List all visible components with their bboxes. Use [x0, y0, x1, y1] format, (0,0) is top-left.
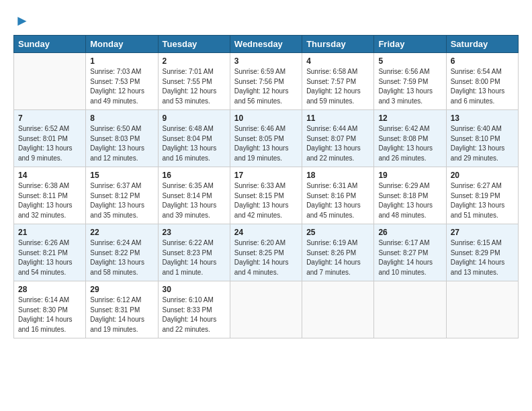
calendar-cell: 15Sunrise: 6:37 AMSunset: 8:12 PMDayligh…	[86, 167, 158, 224]
day-number: 2	[163, 56, 226, 66]
day-number: 8	[90, 113, 153, 123]
day-number: 15	[90, 171, 153, 180]
day-info: Sunrise: 6:29 AMSunset: 8:18 PMDaylight:…	[378, 181, 441, 220]
calendar-cell: 25Sunrise: 6:19 AMSunset: 8:26 PMDayligh…	[302, 224, 374, 281]
day-info: Sunrise: 6:59 AMSunset: 7:56 PMDaylight:…	[234, 67, 298, 106]
calendar-cell: 11Sunrise: 6:44 AMSunset: 8:07 PMDayligh…	[302, 110, 374, 167]
day-info: Sunrise: 6:37 AMSunset: 8:12 PMDaylight:…	[90, 181, 153, 220]
day-number: 28	[18, 285, 81, 294]
day-number: 5	[378, 56, 441, 66]
day-info: Sunrise: 6:40 AMSunset: 8:10 PMDaylight:…	[451, 124, 514, 163]
calendar-cell: 19Sunrise: 6:29 AMSunset: 8:18 PMDayligh…	[374, 167, 446, 224]
header-row: SundayMondayTuesdayWednesdayThursdayFrid…	[14, 36, 519, 53]
day-number: 9	[163, 113, 226, 123]
day-info: Sunrise: 6:58 AMSunset: 7:57 PMDaylight:…	[306, 67, 369, 106]
calendar-cell: 1Sunrise: 7:03 AMSunset: 7:53 PMDaylight…	[86, 53, 158, 110]
day-info: Sunrise: 6:54 AMSunset: 8:00 PMDaylight:…	[451, 67, 514, 106]
calendar-cell: 21Sunrise: 6:26 AMSunset: 8:21 PMDayligh…	[14, 224, 86, 281]
day-number: 21	[18, 228, 81, 237]
day-number: 27	[451, 228, 514, 237]
logo-bird-icon: ►	[15, 12, 30, 30]
day-number: 30	[163, 285, 226, 294]
calendar-cell: 24Sunrise: 6:20 AMSunset: 8:25 PMDayligh…	[230, 224, 302, 281]
day-number: 23	[163, 228, 226, 237]
day-number: 3	[234, 56, 298, 66]
day-number: 14	[18, 171, 81, 180]
col-header-friday: Friday	[374, 36, 446, 53]
day-info: Sunrise: 6:46 AMSunset: 8:05 PMDaylight:…	[234, 124, 298, 163]
day-info: Sunrise: 6:44 AMSunset: 8:07 PMDaylight:…	[306, 124, 369, 163]
day-info: Sunrise: 6:26 AMSunset: 8:21 PMDaylight:…	[18, 238, 81, 277]
day-number: 7	[18, 113, 81, 123]
calendar-cell	[230, 281, 302, 338]
day-number: 4	[306, 56, 369, 66]
header: ►	[13, 12, 519, 30]
page: ► SundayMondayTuesdayWednesdayThursdayFr…	[0, 0, 532, 345]
calendar-cell: 13Sunrise: 6:40 AMSunset: 8:10 PMDayligh…	[446, 110, 518, 167]
day-info: Sunrise: 6:31 AMSunset: 8:16 PMDaylight:…	[306, 181, 369, 220]
calendar-cell: 17Sunrise: 6:33 AMSunset: 8:15 PMDayligh…	[230, 167, 302, 224]
day-info: Sunrise: 6:24 AMSunset: 8:22 PMDaylight:…	[90, 238, 153, 277]
day-number: 10	[234, 113, 298, 123]
day-number: 19	[378, 171, 441, 180]
day-info: Sunrise: 6:50 AMSunset: 8:03 PMDaylight:…	[90, 124, 153, 163]
col-header-monday: Monday	[86, 36, 158, 53]
logo: ►	[13, 12, 30, 30]
calendar-cell: 10Sunrise: 6:46 AMSunset: 8:05 PMDayligh…	[230, 110, 302, 167]
calendar-cell: 16Sunrise: 6:35 AMSunset: 8:14 PMDayligh…	[158, 167, 230, 224]
day-info: Sunrise: 6:22 AMSunset: 8:23 PMDaylight:…	[163, 238, 226, 277]
day-info: Sunrise: 6:35 AMSunset: 8:14 PMDaylight:…	[163, 181, 226, 220]
day-info: Sunrise: 6:17 AMSunset: 8:27 PMDaylight:…	[378, 238, 441, 277]
calendar-cell: 23Sunrise: 6:22 AMSunset: 8:23 PMDayligh…	[158, 224, 230, 281]
calendar-cell: 7Sunrise: 6:52 AMSunset: 8:01 PMDaylight…	[14, 110, 86, 167]
day-number: 16	[163, 171, 226, 180]
day-number: 6	[451, 56, 514, 66]
calendar-cell: 27Sunrise: 6:15 AMSunset: 8:29 PMDayligh…	[446, 224, 518, 281]
day-number: 11	[306, 113, 369, 123]
day-number: 25	[306, 228, 369, 237]
day-number: 17	[234, 171, 298, 180]
day-number: 1	[90, 56, 153, 66]
calendar-cell: 30Sunrise: 6:10 AMSunset: 8:33 PMDayligh…	[158, 281, 230, 338]
calendar-cell: 14Sunrise: 6:38 AMSunset: 8:11 PMDayligh…	[14, 167, 86, 224]
calendar-cell	[374, 281, 446, 338]
col-header-wednesday: Wednesday	[230, 36, 302, 53]
calendar-cell: 6Sunrise: 6:54 AMSunset: 8:00 PMDaylight…	[446, 53, 518, 110]
week-row-1: 1Sunrise: 7:03 AMSunset: 7:53 PMDaylight…	[14, 53, 519, 110]
week-row-3: 14Sunrise: 6:38 AMSunset: 8:11 PMDayligh…	[14, 167, 519, 224]
calendar-cell: 8Sunrise: 6:50 AMSunset: 8:03 PMDaylight…	[86, 110, 158, 167]
calendar-cell: 9Sunrise: 6:48 AMSunset: 8:04 PMDaylight…	[158, 110, 230, 167]
col-header-tuesday: Tuesday	[158, 36, 230, 53]
calendar-table: SundayMondayTuesdayWednesdayThursdayFrid…	[13, 35, 519, 338]
calendar-cell: 12Sunrise: 6:42 AMSunset: 8:08 PMDayligh…	[374, 110, 446, 167]
calendar-cell	[446, 281, 518, 338]
day-info: Sunrise: 6:42 AMSunset: 8:08 PMDaylight:…	[378, 124, 441, 163]
calendar-cell: 29Sunrise: 6:12 AMSunset: 8:31 PMDayligh…	[86, 281, 158, 338]
calendar-cell	[14, 53, 86, 110]
day-number: 26	[378, 228, 441, 237]
day-number: 24	[234, 228, 298, 237]
day-info: Sunrise: 6:20 AMSunset: 8:25 PMDaylight:…	[234, 238, 298, 277]
calendar-cell: 28Sunrise: 6:14 AMSunset: 8:30 PMDayligh…	[14, 281, 86, 338]
col-header-saturday: Saturday	[446, 36, 518, 53]
day-number: 18	[306, 171, 369, 180]
day-info: Sunrise: 6:15 AMSunset: 8:29 PMDaylight:…	[451, 238, 514, 277]
week-row-4: 21Sunrise: 6:26 AMSunset: 8:21 PMDayligh…	[14, 224, 519, 281]
col-header-thursday: Thursday	[302, 36, 374, 53]
calendar-cell: 5Sunrise: 6:56 AMSunset: 7:59 PMDaylight…	[374, 53, 446, 110]
col-header-sunday: Sunday	[14, 36, 86, 53]
day-number: 29	[90, 285, 153, 294]
day-info: Sunrise: 6:56 AMSunset: 7:59 PMDaylight:…	[378, 67, 441, 106]
week-row-5: 28Sunrise: 6:14 AMSunset: 8:30 PMDayligh…	[14, 281, 519, 338]
day-info: Sunrise: 6:14 AMSunset: 8:30 PMDaylight:…	[18, 295, 81, 334]
day-number: 20	[451, 171, 514, 180]
calendar-cell: 4Sunrise: 6:58 AMSunset: 7:57 PMDaylight…	[302, 53, 374, 110]
day-info: Sunrise: 6:27 AMSunset: 8:19 PMDaylight:…	[451, 181, 514, 220]
calendar-cell: 22Sunrise: 6:24 AMSunset: 8:22 PMDayligh…	[86, 224, 158, 281]
day-number: 22	[90, 228, 153, 237]
calendar-cell: 18Sunrise: 6:31 AMSunset: 8:16 PMDayligh…	[302, 167, 374, 224]
day-info: Sunrise: 6:38 AMSunset: 8:11 PMDaylight:…	[18, 181, 81, 220]
day-info: Sunrise: 6:52 AMSunset: 8:01 PMDaylight:…	[18, 124, 81, 163]
calendar-cell: 2Sunrise: 7:01 AMSunset: 7:55 PMDaylight…	[158, 53, 230, 110]
day-number: 12	[378, 113, 441, 123]
